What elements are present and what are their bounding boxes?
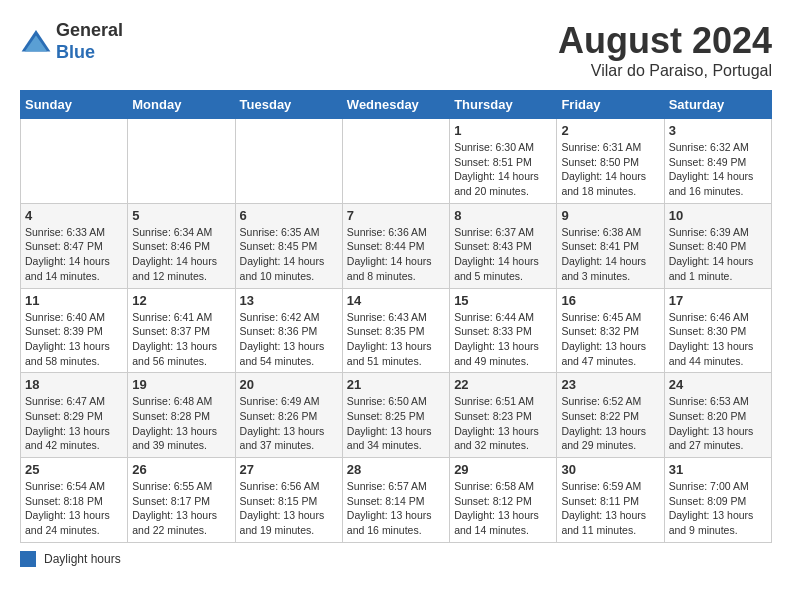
- day-number: 4: [25, 208, 123, 223]
- day-number: 13: [240, 293, 338, 308]
- header: General Blue August 2024 Vilar do Parais…: [20, 20, 772, 80]
- calendar-cell: 26Sunrise: 6:55 AM Sunset: 8:17 PM Dayli…: [128, 458, 235, 543]
- calendar-cell: 3Sunrise: 6:32 AM Sunset: 8:49 PM Daylig…: [664, 119, 771, 204]
- day-number: 23: [561, 377, 659, 392]
- day-info: Sunrise: 6:32 AM Sunset: 8:49 PM Dayligh…: [669, 140, 767, 199]
- calendar-cell: 6Sunrise: 6:35 AM Sunset: 8:45 PM Daylig…: [235, 203, 342, 288]
- day-info: Sunrise: 6:37 AM Sunset: 8:43 PM Dayligh…: [454, 225, 552, 284]
- day-info: Sunrise: 6:42 AM Sunset: 8:36 PM Dayligh…: [240, 310, 338, 369]
- day-info: Sunrise: 7:00 AM Sunset: 8:09 PM Dayligh…: [669, 479, 767, 538]
- day-info: Sunrise: 6:53 AM Sunset: 8:20 PM Dayligh…: [669, 394, 767, 453]
- calendar-cell: [235, 119, 342, 204]
- day-number: 22: [454, 377, 552, 392]
- legend-label: Daylight hours: [44, 552, 121, 566]
- week-row-4: 18Sunrise: 6:47 AM Sunset: 8:29 PM Dayli…: [21, 373, 772, 458]
- weekday-header-monday: Monday: [128, 91, 235, 119]
- calendar-cell: 5Sunrise: 6:34 AM Sunset: 8:46 PM Daylig…: [128, 203, 235, 288]
- calendar-cell: 31Sunrise: 7:00 AM Sunset: 8:09 PM Dayli…: [664, 458, 771, 543]
- day-info: Sunrise: 6:52 AM Sunset: 8:22 PM Dayligh…: [561, 394, 659, 453]
- day-number: 31: [669, 462, 767, 477]
- day-info: Sunrise: 6:45 AM Sunset: 8:32 PM Dayligh…: [561, 310, 659, 369]
- week-row-1: 1Sunrise: 6:30 AM Sunset: 8:51 PM Daylig…: [21, 119, 772, 204]
- day-number: 3: [669, 123, 767, 138]
- day-info: Sunrise: 6:57 AM Sunset: 8:14 PM Dayligh…: [347, 479, 445, 538]
- weekday-header-saturday: Saturday: [664, 91, 771, 119]
- day-info: Sunrise: 6:46 AM Sunset: 8:30 PM Dayligh…: [669, 310, 767, 369]
- calendar-cell: 4Sunrise: 6:33 AM Sunset: 8:47 PM Daylig…: [21, 203, 128, 288]
- weekday-header-friday: Friday: [557, 91, 664, 119]
- weekday-header-sunday: Sunday: [21, 91, 128, 119]
- day-info: Sunrise: 6:30 AM Sunset: 8:51 PM Dayligh…: [454, 140, 552, 199]
- day-info: Sunrise: 6:48 AM Sunset: 8:28 PM Dayligh…: [132, 394, 230, 453]
- week-row-3: 11Sunrise: 6:40 AM Sunset: 8:39 PM Dayli…: [21, 288, 772, 373]
- day-info: Sunrise: 6:51 AM Sunset: 8:23 PM Dayligh…: [454, 394, 552, 453]
- day-number: 5: [132, 208, 230, 223]
- calendar-cell: 19Sunrise: 6:48 AM Sunset: 8:28 PM Dayli…: [128, 373, 235, 458]
- calendar-cell: 2Sunrise: 6:31 AM Sunset: 8:50 PM Daylig…: [557, 119, 664, 204]
- day-number: 12: [132, 293, 230, 308]
- calendar-cell: 11Sunrise: 6:40 AM Sunset: 8:39 PM Dayli…: [21, 288, 128, 373]
- day-info: Sunrise: 6:34 AM Sunset: 8:46 PM Dayligh…: [132, 225, 230, 284]
- logo-blue: Blue: [56, 42, 123, 64]
- day-number: 25: [25, 462, 123, 477]
- day-info: Sunrise: 6:56 AM Sunset: 8:15 PM Dayligh…: [240, 479, 338, 538]
- calendar-cell: 16Sunrise: 6:45 AM Sunset: 8:32 PM Dayli…: [557, 288, 664, 373]
- day-number: 20: [240, 377, 338, 392]
- day-number: 24: [669, 377, 767, 392]
- calendar-cell: 12Sunrise: 6:41 AM Sunset: 8:37 PM Dayli…: [128, 288, 235, 373]
- day-info: Sunrise: 6:40 AM Sunset: 8:39 PM Dayligh…: [25, 310, 123, 369]
- day-info: Sunrise: 6:36 AM Sunset: 8:44 PM Dayligh…: [347, 225, 445, 284]
- calendar-cell: 22Sunrise: 6:51 AM Sunset: 8:23 PM Dayli…: [450, 373, 557, 458]
- logo-general: General: [56, 20, 123, 42]
- day-number: 9: [561, 208, 659, 223]
- day-number: 21: [347, 377, 445, 392]
- calendar-cell: 18Sunrise: 6:47 AM Sunset: 8:29 PM Dayli…: [21, 373, 128, 458]
- day-info: Sunrise: 6:44 AM Sunset: 8:33 PM Dayligh…: [454, 310, 552, 369]
- calendar-cell: 25Sunrise: 6:54 AM Sunset: 8:18 PM Dayli…: [21, 458, 128, 543]
- day-info: Sunrise: 6:55 AM Sunset: 8:17 PM Dayligh…: [132, 479, 230, 538]
- day-info: Sunrise: 6:41 AM Sunset: 8:37 PM Dayligh…: [132, 310, 230, 369]
- day-info: Sunrise: 6:39 AM Sunset: 8:40 PM Dayligh…: [669, 225, 767, 284]
- day-number: 26: [132, 462, 230, 477]
- day-number: 17: [669, 293, 767, 308]
- calendar-cell: 1Sunrise: 6:30 AM Sunset: 8:51 PM Daylig…: [450, 119, 557, 204]
- calendar-cell: 30Sunrise: 6:59 AM Sunset: 8:11 PM Dayli…: [557, 458, 664, 543]
- calendar-cell: 21Sunrise: 6:50 AM Sunset: 8:25 PM Dayli…: [342, 373, 449, 458]
- logo: General Blue: [20, 20, 123, 63]
- calendar-table: SundayMondayTuesdayWednesdayThursdayFrid…: [20, 90, 772, 543]
- day-number: 8: [454, 208, 552, 223]
- day-number: 29: [454, 462, 552, 477]
- calendar-cell: 27Sunrise: 6:56 AM Sunset: 8:15 PM Dayli…: [235, 458, 342, 543]
- logo-icon: [20, 26, 52, 58]
- weekday-header-row: SundayMondayTuesdayWednesdayThursdayFrid…: [21, 91, 772, 119]
- calendar-cell: 24Sunrise: 6:53 AM Sunset: 8:20 PM Dayli…: [664, 373, 771, 458]
- calendar-cell: 7Sunrise: 6:36 AM Sunset: 8:44 PM Daylig…: [342, 203, 449, 288]
- day-number: 1: [454, 123, 552, 138]
- day-number: 10: [669, 208, 767, 223]
- calendar-cell: [342, 119, 449, 204]
- calendar-cell: 13Sunrise: 6:42 AM Sunset: 8:36 PM Dayli…: [235, 288, 342, 373]
- calendar-cell: 29Sunrise: 6:58 AM Sunset: 8:12 PM Dayli…: [450, 458, 557, 543]
- day-info: Sunrise: 6:54 AM Sunset: 8:18 PM Dayligh…: [25, 479, 123, 538]
- day-number: 6: [240, 208, 338, 223]
- calendar-cell: [21, 119, 128, 204]
- calendar-cell: 8Sunrise: 6:37 AM Sunset: 8:43 PM Daylig…: [450, 203, 557, 288]
- day-info: Sunrise: 6:47 AM Sunset: 8:29 PM Dayligh…: [25, 394, 123, 453]
- location-subtitle: Vilar do Paraiso, Portugal: [558, 62, 772, 80]
- calendar-cell: 23Sunrise: 6:52 AM Sunset: 8:22 PM Dayli…: [557, 373, 664, 458]
- calendar-cell: 9Sunrise: 6:38 AM Sunset: 8:41 PM Daylig…: [557, 203, 664, 288]
- day-info: Sunrise: 6:59 AM Sunset: 8:11 PM Dayligh…: [561, 479, 659, 538]
- day-info: Sunrise: 6:33 AM Sunset: 8:47 PM Dayligh…: [25, 225, 123, 284]
- calendar-cell: [128, 119, 235, 204]
- weekday-header-wednesday: Wednesday: [342, 91, 449, 119]
- calendar-cell: 17Sunrise: 6:46 AM Sunset: 8:30 PM Dayli…: [664, 288, 771, 373]
- day-number: 15: [454, 293, 552, 308]
- day-info: Sunrise: 6:49 AM Sunset: 8:26 PM Dayligh…: [240, 394, 338, 453]
- week-row-2: 4Sunrise: 6:33 AM Sunset: 8:47 PM Daylig…: [21, 203, 772, 288]
- calendar-cell: 15Sunrise: 6:44 AM Sunset: 8:33 PM Dayli…: [450, 288, 557, 373]
- day-info: Sunrise: 6:38 AM Sunset: 8:41 PM Dayligh…: [561, 225, 659, 284]
- day-info: Sunrise: 6:31 AM Sunset: 8:50 PM Dayligh…: [561, 140, 659, 199]
- day-info: Sunrise: 6:43 AM Sunset: 8:35 PM Dayligh…: [347, 310, 445, 369]
- day-number: 30: [561, 462, 659, 477]
- title-area: August 2024 Vilar do Paraiso, Portugal: [558, 20, 772, 80]
